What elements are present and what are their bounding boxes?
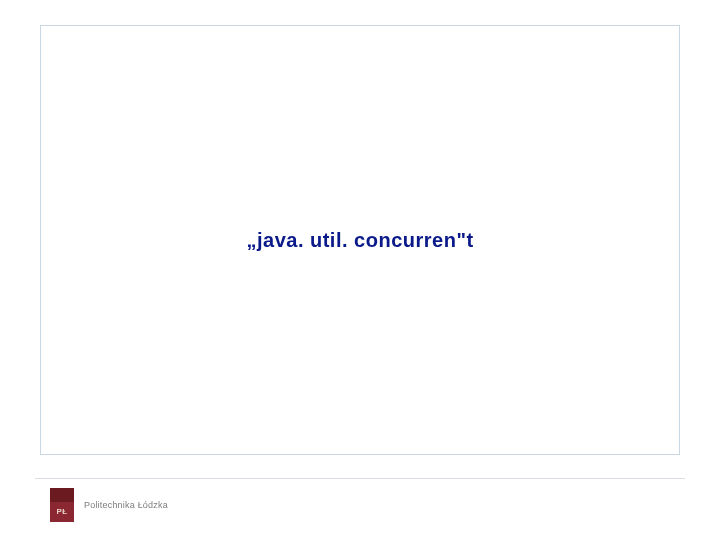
- logo-initials: PŁ: [56, 507, 67, 516]
- university-name: Politechnika Łódzka: [84, 500, 168, 510]
- slide-frame: „java. util. concurren"t: [40, 25, 680, 455]
- slide-title: „java. util. concurren"t: [246, 229, 473, 252]
- footer-divider: [35, 478, 685, 479]
- logo-top-stripe: [50, 488, 74, 502]
- footer: PŁ Politechnika Łódzka: [50, 486, 168, 524]
- logo-bottom-panel: PŁ: [50, 502, 74, 522]
- slide-page: „java. util. concurren"t PŁ Politechnika…: [0, 0, 720, 540]
- university-logo-icon: PŁ: [50, 488, 74, 522]
